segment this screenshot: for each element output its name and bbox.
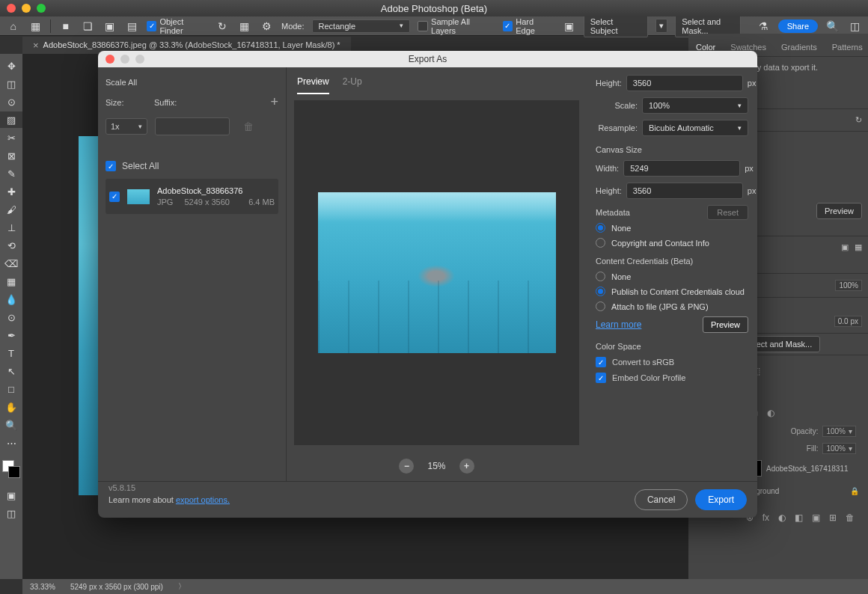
canvas-height-input[interactable]: [626, 183, 743, 199]
selection-tool[interactable]: ▨: [0, 111, 22, 128]
preview-area[interactable]: [294, 100, 579, 445]
asset-row[interactable]: ✓ AdobeStock_83866376 JPG5249 x 35606.4 …: [106, 179, 278, 214]
beaker-icon[interactable]: ⚗: [756, 19, 770, 34]
lasso-tool[interactable]: ⊙: [0, 94, 22, 110]
crop-tool[interactable]: ✂: [0, 129, 22, 146]
tool-icon[interactable]: ■: [58, 19, 73, 34]
embed-profile-checkbox[interactable]: ✓Embed Color Profile: [596, 373, 748, 383]
add-size-icon[interactable]: +: [270, 94, 278, 110]
refresh-icon[interactable]: ↻: [216, 19, 230, 34]
suffix-input[interactable]: [155, 117, 230, 135]
close-tab-icon[interactable]: ×: [33, 40, 39, 51]
pen-tool[interactable]: ✒: [0, 327, 22, 343]
tab-title: AdobeStock_83866376.jpeg @ 33.3% (AdobeS…: [43, 40, 340, 49]
metadata-contact-radio[interactable]: Copyright and Contact Info: [596, 238, 748, 248]
quickmask-tool[interactable]: ▣: [0, 487, 22, 503]
srgb-checkbox[interactable]: ✓Convert to sRGB: [596, 357, 748, 367]
zoom-level[interactable]: 33.33%: [30, 583, 55, 591]
brush-tool[interactable]: 🖌: [0, 201, 22, 218]
tool-icon[interactable]: ▣: [103, 19, 117, 34]
status-bar: 33.33% 5249 px x 3560 px (300 ppi) 〉: [22, 579, 868, 594]
mode-select[interactable]: Rectangle▾: [312, 19, 411, 33]
select-subject-chevron[interactable]: ▾: [655, 19, 667, 33]
cc-preview-button[interactable]: Preview: [703, 316, 748, 333]
mask-icon[interactable]: ▣: [561, 19, 575, 34]
stamp-tool[interactable]: ⊥: [0, 219, 22, 236]
cc-attach-radio[interactable]: Attach to file (JPG & PNG): [596, 301, 748, 311]
move-tool[interactable]: ✥: [0, 58, 22, 74]
gear-icon[interactable]: ⚙: [260, 19, 274, 34]
dialog-preview-panel: Preview 2-Up − 15% +: [287, 67, 587, 481]
dialog-left-panel: Scale All Size: Suffix: + 1x▾ 🗑 ✓Select …: [98, 67, 287, 481]
share-button[interactable]: Share: [778, 19, 818, 33]
heal-tool[interactable]: ✚: [0, 183, 22, 200]
workspace-icon[interactable]: ◫: [848, 19, 862, 34]
fill-select[interactable]: 100%▾: [822, 443, 856, 454]
select-all-checkbox[interactable]: ✓Select All: [106, 161, 278, 171]
height-input[interactable]: [626, 75, 743, 91]
tab-patterns[interactable]: Patterns: [825, 38, 868, 56]
color-swatches[interactable]: [2, 460, 20, 478]
eyedropper-tool[interactable]: ✎: [0, 165, 22, 182]
tool-icon[interactable]: ▤: [124, 19, 138, 34]
percent-input[interactable]: 100%: [835, 280, 862, 291]
hard-edge-checkbox[interactable]: ✓Hard Edge: [503, 17, 554, 35]
version-label: v5.8.15: [109, 483, 135, 492]
maximize-window[interactable]: [37, 4, 46, 13]
mask-icon[interactable]: ▣: [841, 242, 849, 252]
tab-preview[interactable]: Preview: [297, 76, 329, 94]
zoom-tool[interactable]: 🔍: [0, 417, 22, 433]
path-tool[interactable]: ↖: [0, 363, 22, 379]
frame-tool[interactable]: ⊠: [0, 147, 22, 164]
px-input[interactable]: 0.0 px: [834, 316, 862, 327]
hand-tool[interactable]: ✋: [0, 399, 22, 415]
opacity-select[interactable]: 100%▾: [822, 426, 856, 437]
scale-select[interactable]: 1x▾: [106, 118, 147, 135]
select-subject-button[interactable]: Select Subject: [584, 15, 648, 37]
zoom-in-button[interactable]: +: [459, 459, 474, 474]
arrange-icon[interactable]: ▦: [28, 19, 42, 34]
tool-icon[interactable]: ❏: [80, 19, 94, 34]
tab-2up[interactable]: 2-Up: [343, 76, 362, 94]
minimize-window[interactable]: [22, 4, 31, 13]
tab-gradients[interactable]: Gradients: [774, 38, 825, 56]
gradient-tool[interactable]: ▦: [0, 273, 22, 290]
close-window[interactable]: [7, 4, 16, 13]
home-icon[interactable]: ⌂: [6, 19, 20, 34]
resample-select[interactable]: Bicubic Automatic▾: [642, 120, 748, 136]
app-title: Adobe Photoshop (Beta): [381, 3, 487, 14]
cc-cloud-radio[interactable]: Publish to Content Credentials cloud: [596, 287, 748, 296]
dialog-close[interactable]: [106, 55, 114, 64]
export-button[interactable]: Export: [695, 489, 747, 510]
more-tools[interactable]: ⋯: [0, 435, 22, 451]
dodge-tool[interactable]: ⊙: [0, 309, 22, 325]
lock-icon[interactable]: 🔒: [850, 487, 859, 495]
canvas-width-input[interactable]: [623, 160, 740, 177]
refresh-icon[interactable]: ↻: [855, 115, 862, 124]
eraser-tool[interactable]: ⌫: [0, 255, 22, 272]
learn-more-link[interactable]: Learn more: [596, 319, 641, 330]
search-icon[interactable]: 🔍: [825, 19, 840, 34]
object-finder-checkbox[interactable]: ✓Object Finder: [147, 17, 208, 35]
export-options-link[interactable]: export options.: [176, 495, 230, 504]
reset-button[interactable]: Reset: [707, 205, 748, 220]
type-tool[interactable]: T: [0, 345, 22, 361]
scale-select[interactable]: 100%▾: [642, 97, 748, 114]
asset-name: AdobeStock_83866376: [157, 186, 275, 195]
screenmode-tool[interactable]: ◫: [0, 505, 22, 521]
marquee-tool[interactable]: ◫: [0, 76, 22, 92]
grid-icon[interactable]: ▦: [237, 19, 251, 34]
zoom-out-button[interactable]: −: [399, 459, 414, 474]
blur-tool[interactable]: 💧: [0, 291, 22, 307]
cancel-button[interactable]: Cancel: [635, 489, 688, 510]
cc-none-radio[interactable]: None: [596, 272, 748, 281]
preview-image: [318, 192, 556, 353]
shape-tool[interactable]: □: [0, 381, 22, 397]
preview-panel-button[interactable]: Preview: [816, 203, 862, 219]
add-icon[interactable]: ▦: [855, 242, 862, 252]
tools-panel: ✥ ◫ ⊙ ▨ ✂ ⊠ ✎ ✚ 🖌 ⊥ ⟲ ⌫ ▦ 💧 ⊙ ✒ T ↖ □ ✋ …: [0, 54, 22, 579]
metadata-none-radio[interactable]: None: [596, 223, 748, 233]
history-brush-tool[interactable]: ⟲: [0, 237, 22, 254]
delete-icon[interactable]: 🗑: [243, 120, 254, 132]
sample-all-checkbox[interactable]: Sample All Layers: [418, 17, 495, 35]
